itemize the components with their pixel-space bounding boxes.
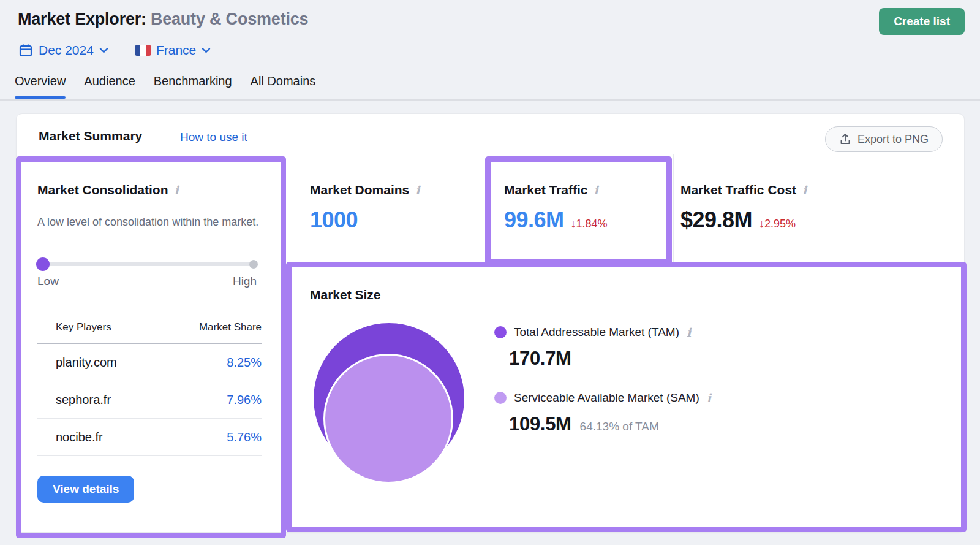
info-icon[interactable]: i [802, 185, 807, 196]
page-title: Market Explorer:Beauty & Cosmetics [18, 10, 308, 29]
market-consolidation-section: Market Consolidation i [37, 183, 179, 197]
export-upload-icon [839, 133, 851, 145]
tab-bar: Overview Audience Benchmarking All Domai… [15, 74, 315, 97]
grid-divider [17, 154, 964, 154]
player-share: 5.76% [227, 430, 262, 444]
info-icon[interactable]: i [687, 327, 691, 338]
slider-low-label: Low [37, 275, 59, 288]
consolidation-slider[interactable] [37, 257, 257, 271]
tab-audience[interactable]: Audience [84, 74, 135, 97]
slider-thumb[interactable] [36, 257, 50, 271]
market-traffic-cost-value: $29.8M ↓2.95% [680, 207, 796, 233]
tab-overview[interactable]: Overview [15, 74, 66, 97]
market-domains-number: 1000 [310, 207, 358, 233]
player-share: 7.96% [227, 393, 262, 407]
slider-track [37, 262, 257, 266]
tam-label: Total Addressable Market (TAM) [514, 326, 679, 339]
how-to-use-link[interactable]: How to use it [180, 131, 247, 144]
key-players-table: Key Players Market Share planity.com 8.2… [37, 321, 262, 456]
slider-high-label: High [233, 275, 257, 288]
france-flag-icon [135, 45, 151, 56]
export-png-label: Export to PNG [858, 133, 929, 146]
chevron-down-icon [99, 47, 108, 53]
col-market-share: Market Share [199, 321, 262, 333]
market-summary-title: Market Summary [39, 129, 142, 143]
filter-bar: Dec 2024 France [18, 43, 211, 58]
table-row: planity.com 8.25% [37, 344, 262, 381]
market-domains-section: Market Domains i [310, 183, 420, 197]
grid-divider [287, 154, 287, 532]
slider-end-dot [249, 260, 258, 269]
info-icon[interactable]: i [175, 185, 179, 196]
player-domain: nocibe.fr [56, 430, 103, 444]
create-list-button[interactable]: Create list [879, 8, 965, 35]
sam-dot-icon [494, 392, 507, 404]
market-size-title: Market Size [310, 288, 381, 302]
table-row: sephora.fr 7.96% [37, 381, 262, 419]
info-icon[interactable]: i [707, 392, 711, 404]
country-selector[interactable]: France [135, 43, 211, 58]
page-title-market: Beauty & Cosmetics [151, 10, 309, 28]
export-png-button[interactable]: Export to PNG [825, 126, 943, 152]
market-traffic-value: 99.6M ↓1.84% [504, 207, 608, 233]
player-domain: planity.com [56, 356, 117, 370]
info-icon[interactable]: i [415, 185, 420, 196]
tam-dot-icon [494, 326, 507, 338]
date-selector[interactable]: Dec 2024 [18, 43, 108, 58]
player-share: 8.25% [227, 356, 262, 370]
grid-divider [673, 154, 674, 262]
col-key-players: Key Players [56, 321, 111, 333]
market-traffic-delta: ↓1.84% [571, 218, 608, 231]
market-explorer-page: Market Explorer:Beauty & Cosmetics Creat… [0, 0, 980, 545]
market-traffic-title: Market Traffic [504, 183, 588, 197]
table-row: nocibe.fr 5.76% [37, 419, 262, 456]
sam-pct-note: 64.13% of TAM [580, 420, 659, 433]
market-traffic-cost-section: Market Traffic Cost i [680, 183, 807, 197]
sam-legend-row: Serviceable Available Market (SAM) i [494, 391, 711, 405]
market-traffic-section: Market Traffic i [504, 183, 598, 197]
country-label: France [156, 43, 196, 58]
tam-number: 170.7M [509, 348, 571, 370]
market-domains-value: 1000 [310, 207, 358, 233]
calendar-icon [18, 43, 33, 58]
sam-number: 109.5M [509, 413, 571, 435]
tam-value: 170.7M [509, 348, 571, 370]
tab-all-domains[interactable]: All Domains [251, 74, 316, 97]
market-traffic-cost-number: $29.8M [680, 207, 752, 233]
consolidation-description: A low level of consolidation within the … [37, 214, 262, 231]
info-icon[interactable]: i [594, 185, 598, 196]
tab-benchmarking[interactable]: Benchmarking [154, 74, 232, 97]
market-traffic-cost-delta: ↓2.95% [759, 218, 796, 231]
tam-legend-row: Total Addressable Market (TAM) i [494, 326, 691, 339]
market-summary-card: Market Summary How to use it Export to P… [16, 113, 965, 533]
market-traffic-number: 99.6M [504, 207, 564, 233]
grid-divider [287, 262, 964, 263]
view-details-button[interactable]: View details [37, 476, 134, 503]
sam-circle [323, 354, 453, 484]
tabs-divider [0, 99, 980, 101]
market-traffic-cost-title: Market Traffic Cost [680, 183, 796, 197]
sam-value: 109.5M 64.13% of TAM [509, 413, 659, 435]
date-label: Dec 2024 [39, 43, 94, 58]
market-consolidation-title: Market Consolidation [37, 183, 168, 197]
key-players-header: Key Players Market Share [37, 321, 262, 343]
grid-divider [477, 154, 477, 262]
sam-label: Serviceable Available Market (SAM) [514, 391, 699, 405]
player-domain: sephora.fr [56, 393, 111, 407]
chevron-down-icon [202, 47, 211, 53]
page-title-prefix: Market Explorer: [18, 10, 146, 28]
slider-labels: Low High [37, 275, 257, 288]
market-domains-title: Market Domains [310, 183, 409, 197]
